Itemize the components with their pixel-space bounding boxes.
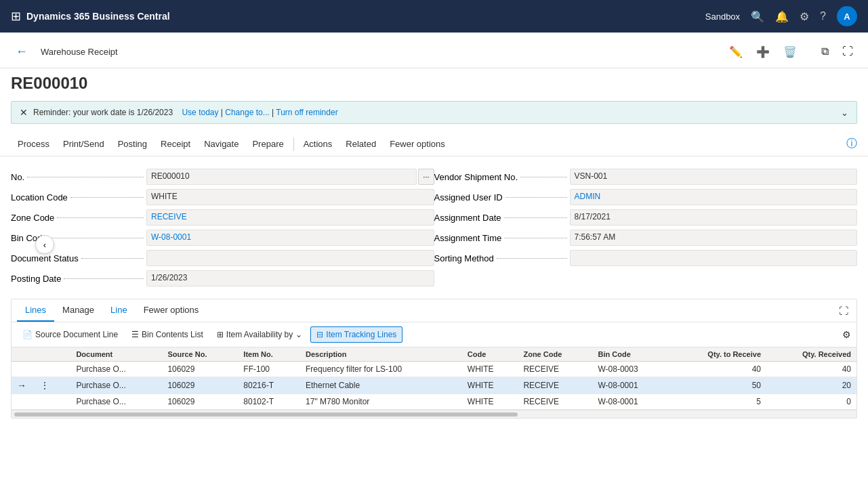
table-row[interactable]: Purchase O... 106029 FF-100 Frequency fi… [12, 362, 856, 377]
settings-icon[interactable]: ⚙ [800, 10, 809, 23]
reminder-expand-icon[interactable]: ⌄ [841, 108, 848, 118]
row-item-no-0[interactable]: FF-100 [238, 362, 300, 377]
topbar-left: ⊞ Dynamics 365 Business Central [11, 9, 170, 24]
row-item-no-1[interactable]: 80216-T [238, 377, 300, 394]
topbar: ⊞ Dynamics 365 Business Central Sandbox … [0, 0, 868, 33]
bin-contents-list-button[interactable]: ☰ Bin Contents List [126, 327, 209, 342]
row-qty-received-1: 20 [766, 377, 856, 394]
field-value-bin-code[interactable]: W-08-0001 [146, 230, 434, 246]
search-icon[interactable]: 🔍 [751, 10, 764, 23]
field-label-posting-date: Posting Date [11, 274, 146, 284]
col-bin-code: Bin Code [592, 347, 669, 362]
action-process[interactable]: Process [11, 135, 56, 153]
source-document-line-button[interactable]: 📄 Source Document Line [17, 327, 123, 342]
action-navigate[interactable]: Navigate [197, 135, 245, 153]
lines-settings-icon[interactable]: ⚙ [842, 329, 851, 340]
action-actions[interactable]: Actions [297, 135, 339, 153]
field-row-zone-code: Zone Code RECEIVE [11, 208, 434, 227]
change-to-link[interactable]: Change to... [225, 108, 269, 117]
delete-button[interactable]: 🗑️ [779, 43, 801, 61]
help-icon[interactable]: ? [820, 10, 826, 22]
row-code-1[interactable]: WHITE [462, 377, 518, 394]
field-value-assignment-time[interactable]: 7:56:57 AM [570, 230, 858, 246]
user-avatar[interactable]: A [837, 6, 857, 26]
row-item-no-2[interactable]: 80102-T [238, 394, 300, 410]
edit-button[interactable]: ✏️ [725, 43, 747, 61]
context-menu-button-1[interactable]: ⋮ [37, 380, 52, 391]
action-fewer-options[interactable]: Fewer options [383, 135, 452, 153]
field-value-assigned-user-id[interactable]: ADMIN [570, 189, 858, 205]
field-value-posting-date[interactable]: 1/26/2023 [146, 270, 434, 286]
action-separator [293, 137, 294, 151]
reminder-message: Reminder: your work date is 1/26/2023 Us… [33, 108, 835, 117]
field-value-vendor-shipment-no[interactable]: VSN-001 [570, 169, 858, 185]
field-label-sorting-method: Sorting Method [434, 253, 570, 263]
form-left-column: No. RE000010 ··· Location Code WHITE [11, 167, 434, 288]
use-today-link[interactable]: Use today [182, 108, 218, 117]
row-zone-code-0[interactable]: RECEIVE [518, 362, 592, 377]
tab-line[interactable]: Line [102, 299, 136, 322]
item-tracking-lines-button[interactable]: ⊟ Item Tracking Lines [310, 326, 402, 343]
row-arrow-2 [12, 394, 32, 410]
lines-table: Document Source No. Item No. Description… [12, 347, 856, 410]
row-zone-code-2[interactable]: RECEIVE [518, 394, 592, 410]
tab-manage[interactable]: Manage [54, 299, 102, 322]
field-label-assignment-time: Assignment Time [434, 233, 570, 243]
open-new-window-button[interactable]: ⧉ [817, 43, 833, 60]
info-icon[interactable]: ⓘ [846, 137, 857, 151]
row-qty-to-receive-0: 40 [669, 362, 766, 377]
row-bin-code-0[interactable]: W-08-0003 [592, 362, 669, 377]
table-row[interactable]: Purchase O... 106029 80102-T 17" M780 Mo… [12, 394, 856, 410]
field-label-location-code: Location Code [11, 192, 146, 203]
field-label-vendor-shipment-no: Vendor Shipment No. [434, 172, 570, 182]
col-qty-to-receive: Qty. to Receive [669, 347, 766, 362]
row-code-2[interactable]: WHITE [462, 394, 518, 410]
list-icon: ☰ [131, 330, 139, 339]
action-receipt[interactable]: Receipt [154, 135, 197, 153]
field-value-location-code[interactable]: WHITE [146, 189, 434, 205]
scrollbar-thumb[interactable] [14, 412, 518, 417]
expand-button[interactable]: ⛶ [838, 43, 857, 60]
back-button[interactable]: ← [11, 41, 33, 62]
row-context-1[interactable]: ⋮ [32, 377, 70, 394]
field-value-no[interactable]: RE000010 [146, 169, 417, 185]
header-actions: ✏️ ➕ 🗑️ ⧉ ⛶ [725, 43, 857, 61]
row-bin-code-2[interactable]: W-08-0001 [592, 394, 669, 410]
field-value-document-status[interactable] [146, 250, 434, 266]
field-row-assignment-time: Assignment Time 7:56:57 AM [434, 228, 858, 247]
row-code-0[interactable]: WHITE [462, 362, 518, 377]
row-zone-code-1[interactable]: RECEIVE [518, 377, 592, 394]
tab-fewer-options[interactable]: Fewer options [136, 299, 207, 322]
tab-lines[interactable]: Lines [17, 299, 54, 322]
no-ellipsis-button[interactable]: ··· [418, 169, 434, 185]
field-label-assignment-date: Assignment Date [434, 213, 570, 223]
action-posting[interactable]: Posting [111, 135, 154, 153]
lines-expand-icon[interactable]: ⛶ [836, 303, 851, 319]
reminder-close-button[interactable]: ✕ [20, 107, 28, 118]
table-row[interactable]: → ⋮ Purchase O... 106029 80216-T Etherne… [12, 377, 856, 394]
form-section: No. RE000010 ··· Location Code WHITE [0, 156, 868, 293]
field-row-no: No. RE000010 ··· [11, 167, 434, 186]
field-value-assignment-date[interactable]: 8/17/2021 [570, 209, 858, 226]
action-print-send[interactable]: Print/Send [56, 135, 111, 153]
horizontal-scrollbar[interactable] [12, 410, 856, 418]
action-prepare[interactable]: Prepare [245, 135, 290, 153]
left-panel-collapse-button[interactable]: ‹ [35, 235, 54, 254]
col-document: Document [70, 347, 162, 362]
col-context [32, 347, 70, 362]
turn-off-reminder-link[interactable]: Turn off reminder [276, 108, 337, 117]
action-related[interactable]: Related [339, 135, 383, 153]
notification-icon[interactable]: 🔔 [775, 10, 789, 23]
field-row-vendor-shipment-no: Vendor Shipment No. VSN-001 [434, 167, 858, 186]
item-availability-button[interactable]: ⊞ Item Availability by ⌄ [211, 327, 308, 342]
lines-tabs: Lines Manage Line Fewer options ⛶ [12, 299, 856, 322]
col-source-no: Source No. [162, 347, 238, 362]
field-value-zone-code[interactable]: RECEIVE [146, 209, 434, 226]
new-button[interactable]: ➕ [752, 43, 774, 61]
row-description-1: Ethernet Cable [300, 377, 462, 394]
row-arrow-0 [12, 362, 32, 377]
field-value-sorting-method[interactable] [570, 250, 858, 266]
row-bin-code-1[interactable]: W-08-0001 [592, 377, 669, 394]
field-row-sorting-method: Sorting Method [434, 249, 858, 268]
row-source-no-2: 106029 [162, 394, 238, 410]
